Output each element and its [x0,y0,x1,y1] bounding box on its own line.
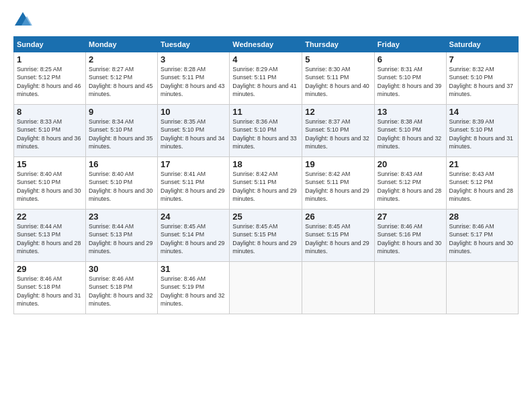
day-info: Sunrise: 8:42 AMSunset: 5:11 PMDaylight:… [305,170,371,203]
day-cell-14: 14Sunrise: 8:39 AMSunset: 5:10 PMDayligh… [446,105,518,157]
day-number: 7 [449,54,515,64]
day-cell-29: 29Sunrise: 8:46 AMSunset: 5:18 PMDayligh… [14,262,86,314]
day-cell-30: 30Sunrise: 8:46 AMSunset: 5:18 PMDayligh… [86,262,158,314]
day-cell-7: 7Sunrise: 8:32 AMSunset: 5:10 PMDaylight… [446,52,518,105]
empty-cell [374,262,446,314]
calendar-week-1: 1Sunrise: 8:25 AMSunset: 5:12 PMDaylight… [14,52,519,105]
day-number: 23 [89,212,154,222]
calendar-table: SundayMondayTuesdayWednesdayThursdayFrid… [13,36,519,314]
day-cell-12: 12Sunrise: 8:37 AMSunset: 5:10 PMDayligh… [302,105,374,157]
day-cell-19: 19Sunrise: 8:42 AMSunset: 5:11 PMDayligh… [302,157,374,210]
col-header-sunday: Sunday [14,37,86,52]
day-cell-5: 5Sunrise: 8:30 AMSunset: 5:11 PMDaylight… [302,52,374,105]
day-info: Sunrise: 8:46 AMSunset: 5:16 PMDaylight:… [378,222,443,255]
day-number: 31 [161,264,226,274]
day-number: 29 [17,264,83,274]
day-number: 26 [305,212,371,222]
day-info: Sunrise: 8:27 AMSunset: 5:12 PMDaylight:… [89,65,154,98]
day-info: Sunrise: 8:46 AMSunset: 5:17 PMDaylight:… [449,222,515,255]
calendar-week-2: 8Sunrise: 8:33 AMSunset: 5:10 PMDaylight… [14,105,519,157]
day-number: 14 [449,107,515,117]
day-info: Sunrise: 8:34 AMSunset: 5:10 PMDaylight:… [89,118,154,150]
day-cell-13: 13Sunrise: 8:38 AMSunset: 5:10 PMDayligh… [374,105,446,157]
day-cell-25: 25Sunrise: 8:45 AMSunset: 5:15 PMDayligh… [230,210,302,262]
day-cell-26: 26Sunrise: 8:45 AMSunset: 5:15 PMDayligh… [302,210,374,262]
day-cell-20: 20Sunrise: 8:43 AMSunset: 5:12 PMDayligh… [374,157,446,210]
day-number: 5 [305,54,371,64]
day-info: Sunrise: 8:40 AMSunset: 5:10 PMDaylight:… [17,170,83,203]
day-number: 21 [449,159,515,169]
day-number: 22 [17,212,83,222]
col-header-wednesday: Wednesday [230,37,302,52]
day-cell-2: 2Sunrise: 8:27 AMSunset: 5:12 PMDaylight… [86,52,158,105]
day-number: 8 [17,107,83,117]
day-number: 19 [305,159,371,169]
day-info: Sunrise: 8:45 AMSunset: 5:15 PMDaylight:… [305,222,371,255]
calendar-page: SundayMondayTuesdayWednesdayThursdayFrid… [0,0,532,411]
day-info: Sunrise: 8:46 AMSunset: 5:18 PMDaylight:… [17,275,83,308]
day-number: 18 [232,159,299,169]
day-info: Sunrise: 8:45 AMSunset: 5:14 PMDaylight:… [161,222,226,255]
logo-icon [13,11,32,30]
day-info: Sunrise: 8:40 AMSunset: 5:10 PMDaylight:… [89,170,154,203]
day-info: Sunrise: 8:31 AMSunset: 5:10 PMDaylight:… [378,65,443,98]
day-number: 11 [232,107,299,117]
calendar-week-5: 29Sunrise: 8:46 AMSunset: 5:18 PMDayligh… [14,262,519,314]
logo [13,11,35,30]
col-header-tuesday: Tuesday [158,37,230,52]
empty-cell [302,262,374,314]
day-cell-4: 4Sunrise: 8:29 AMSunset: 5:11 PMDaylight… [230,52,302,105]
day-info: Sunrise: 8:25 AMSunset: 5:12 PMDaylight:… [17,65,83,98]
col-header-monday: Monday [86,37,158,52]
day-number: 28 [449,212,515,222]
day-cell-16: 16Sunrise: 8:40 AMSunset: 5:10 PMDayligh… [86,157,158,210]
day-number: 12 [305,107,371,117]
day-info: Sunrise: 8:28 AMSunset: 5:11 PMDaylight:… [161,65,226,98]
day-number: 10 [161,107,226,117]
day-info: Sunrise: 8:32 AMSunset: 5:10 PMDaylight:… [449,65,515,98]
day-info: Sunrise: 8:44 AMSunset: 5:13 PMDaylight:… [17,222,83,255]
day-number: 6 [378,54,443,64]
day-cell-23: 23Sunrise: 8:44 AMSunset: 5:13 PMDayligh… [86,210,158,262]
day-number: 3 [161,54,226,64]
day-cell-15: 15Sunrise: 8:40 AMSunset: 5:10 PMDayligh… [14,157,86,210]
calendar-header-row: SundayMondayTuesdayWednesdayThursdayFrid… [14,37,519,52]
day-cell-8: 8Sunrise: 8:33 AMSunset: 5:10 PMDaylight… [14,105,86,157]
day-info: Sunrise: 8:37 AMSunset: 5:10 PMDaylight:… [305,118,371,150]
day-info: Sunrise: 8:36 AMSunset: 5:10 PMDaylight:… [232,118,299,150]
col-header-thursday: Thursday [302,37,374,52]
day-cell-11: 11Sunrise: 8:36 AMSunset: 5:10 PMDayligh… [230,105,302,157]
day-number: 15 [17,159,83,169]
day-number: 13 [378,107,443,117]
day-number: 16 [89,159,154,169]
day-cell-22: 22Sunrise: 8:44 AMSunset: 5:13 PMDayligh… [14,210,86,262]
day-cell-9: 9Sunrise: 8:34 AMSunset: 5:10 PMDaylight… [86,105,158,157]
empty-cell [446,262,518,314]
day-number: 30 [89,264,154,274]
day-number: 1 [17,54,83,64]
col-header-friday: Friday [374,37,446,52]
calendar-week-3: 15Sunrise: 8:40 AMSunset: 5:10 PMDayligh… [14,157,519,210]
day-number: 9 [89,107,154,117]
day-cell-21: 21Sunrise: 8:43 AMSunset: 5:12 PMDayligh… [446,157,518,210]
day-cell-31: 31Sunrise: 8:46 AMSunset: 5:19 PMDayligh… [158,262,230,314]
day-cell-24: 24Sunrise: 8:45 AMSunset: 5:14 PMDayligh… [158,210,230,262]
day-cell-27: 27Sunrise: 8:46 AMSunset: 5:16 PMDayligh… [374,210,446,262]
day-cell-6: 6Sunrise: 8:31 AMSunset: 5:10 PMDaylight… [374,52,446,105]
day-number: 20 [378,159,443,169]
calendar-week-4: 22Sunrise: 8:44 AMSunset: 5:13 PMDayligh… [14,210,519,262]
day-info: Sunrise: 8:43 AMSunset: 5:12 PMDaylight:… [449,170,515,203]
day-cell-10: 10Sunrise: 8:35 AMSunset: 5:10 PMDayligh… [158,105,230,157]
day-cell-1: 1Sunrise: 8:25 AMSunset: 5:12 PMDaylight… [14,52,86,105]
day-number: 4 [232,54,299,64]
day-cell-28: 28Sunrise: 8:46 AMSunset: 5:17 PMDayligh… [446,210,518,262]
day-number: 24 [161,212,226,222]
day-number: 25 [232,212,299,222]
day-info: Sunrise: 8:46 AMSunset: 5:18 PMDaylight:… [89,275,154,308]
day-info: Sunrise: 8:33 AMSunset: 5:10 PMDaylight:… [17,118,83,150]
col-header-saturday: Saturday [446,37,518,52]
day-cell-3: 3Sunrise: 8:28 AMSunset: 5:11 PMDaylight… [158,52,230,105]
day-info: Sunrise: 8:41 AMSunset: 5:11 PMDaylight:… [161,170,226,203]
day-number: 2 [89,54,154,64]
day-info: Sunrise: 8:42 AMSunset: 5:11 PMDaylight:… [232,170,299,203]
